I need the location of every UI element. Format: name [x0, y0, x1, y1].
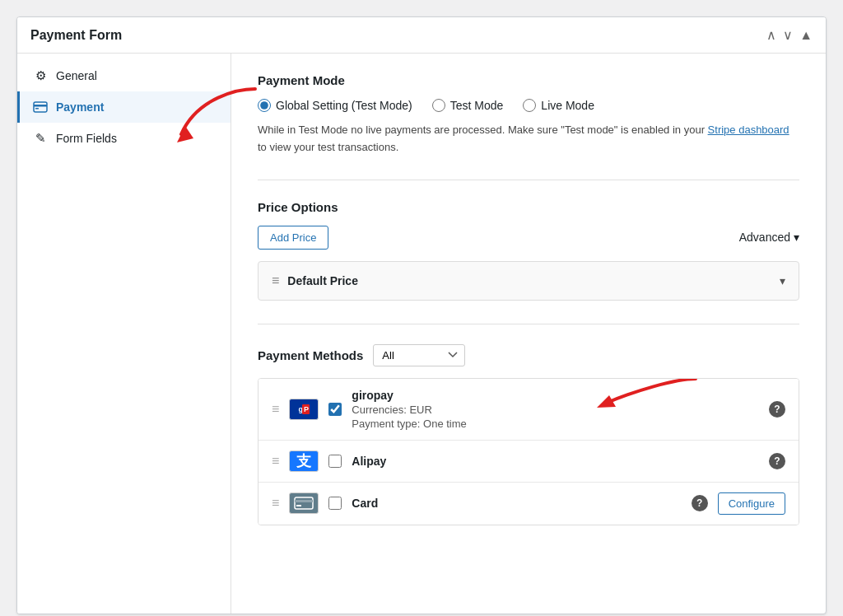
giropay-checkbox[interactable]: [328, 403, 342, 416]
giropay-payment-type: Payment type: One time: [352, 418, 759, 430]
giropay-name: giropay: [352, 389, 759, 402]
radio-global-setting[interactable]: Global Setting (Test Mode): [258, 99, 412, 112]
alipay-checkbox[interactable]: [328, 455, 342, 468]
giropay-drag-handle-icon: ≡: [272, 402, 279, 417]
gear-icon: ⚙: [33, 68, 48, 83]
card-info: Card: [352, 497, 681, 510]
divider-1: [258, 180, 799, 180]
svg-rect-7: [296, 505, 301, 506]
sidebar-payment-label: Payment: [56, 100, 104, 114]
payment-form-window: Payment Form ∧ ∨ ▲ ⚙ General Pa: [16, 16, 827, 614]
sidebar: ⚙ General Payment ✎ Form Fields: [17, 54, 231, 614]
alipay-info: Alipay: [352, 455, 759, 468]
method-row-alipay: ≡ 支 Alipay ?: [258, 441, 799, 483]
sidebar-item-payment[interactable]: Payment: [17, 91, 231, 123]
collapse-icon[interactable]: ∧: [766, 27, 776, 43]
giropay-info: giropay Currencies: EUR Payment type: On…: [352, 389, 759, 430]
advanced-label: Advanced: [739, 231, 790, 244]
expand-icon[interactable]: ∨: [783, 27, 793, 43]
add-price-button[interactable]: Add Price: [258, 226, 328, 250]
card-logo: [289, 492, 319, 514]
method-row-giropay: ≡ gP giropay Currencies: EUR Payment typ…: [258, 379, 799, 441]
price-options-header: Add Price Advanced ▾: [258, 226, 799, 250]
card-name: Card: [352, 497, 681, 510]
window-controls: ∧ ∨ ▲: [766, 27, 813, 43]
content-area: Payment Mode Global Setting (Test Mode) …: [231, 54, 826, 614]
fullscreen-icon[interactable]: ▲: [799, 28, 813, 43]
default-price-chevron-icon: ▾: [780, 274, 785, 287]
radio-live-mode[interactable]: Live Mode: [523, 99, 594, 112]
radio-test-label: Test Mode: [450, 99, 504, 112]
radio-test-input[interactable]: [432, 99, 445, 112]
svg-rect-0: [34, 102, 47, 112]
window-body: ⚙ General Payment ✎ Form Fields: [17, 54, 826, 614]
drag-handle-icon: ≡: [272, 273, 279, 288]
window-header: Payment Form ∧ ∨ ▲: [17, 17, 826, 54]
sidebar-form-fields-label: Form Fields: [56, 132, 117, 145]
price-options-section: Price Options Add Price Advanced ▾ ≡ Def…: [258, 200, 799, 301]
payment-mode-radio-group: Global Setting (Test Mode) Test Mode Liv…: [258, 99, 799, 112]
giropay-currencies: Currencies: EUR: [352, 404, 759, 416]
payment-methods-section: Payment Methods All One time Subscriptio…: [258, 344, 799, 525]
payment-methods-list: ≡ gP giropay Currencies: EUR Payment typ…: [258, 378, 799, 525]
alipay-drag-handle-icon: ≡: [272, 454, 279, 469]
sidebar-item-general[interactable]: ⚙ General: [17, 60, 231, 91]
alipay-logo: 支: [289, 450, 319, 472]
card-checkbox[interactable]: [328, 497, 342, 510]
window-title: Payment Form: [30, 28, 122, 43]
svg-rect-2: [35, 108, 39, 110]
payment-icon: [33, 100, 48, 114]
payment-mode-title: Payment Mode: [258, 73, 799, 87]
payment-methods-header: Payment Methods All One time Subscriptio…: [258, 344, 799, 366]
stripe-dashboard-link[interactable]: Stripe dashboard: [708, 124, 789, 136]
payment-methods-filter[interactable]: All One time Subscription: [373, 344, 465, 366]
default-price-left: ≡ Default Price: [272, 273, 358, 288]
method-row-card: ≡ Card ? Configu: [258, 483, 799, 525]
form-fields-icon: ✎: [33, 131, 48, 146]
radio-global-label: Global Setting (Test Mode): [276, 99, 412, 112]
price-options-title: Price Options: [258, 200, 799, 214]
info-text-before-link: While in Test Mode no live payments are …: [258, 124, 708, 136]
advanced-chevron-icon: ▾: [794, 231, 799, 244]
advanced-link[interactable]: Advanced ▾: [739, 231, 799, 244]
sidebar-general-label: General: [56, 69, 97, 82]
payment-mode-info: While in Test Mode no live payments are …: [258, 122, 799, 156]
radio-test-mode[interactable]: Test Mode: [432, 99, 504, 112]
giropay-help-icon[interactable]: ?: [769, 401, 785, 418]
alipay-help-icon[interactable]: ?: [769, 453, 785, 469]
giropay-logo: gP: [289, 399, 319, 420]
svg-rect-5: [295, 497, 313, 509]
default-price-label: Default Price: [287, 274, 358, 287]
info-text-after-link: to view your test transactions.: [258, 141, 398, 153]
payment-methods-title: Payment Methods: [258, 348, 363, 362]
payment-mode-section: Payment Mode Global Setting (Test Mode) …: [258, 73, 799, 156]
svg-rect-6: [295, 500, 313, 502]
radio-live-input[interactable]: [523, 99, 536, 112]
svg-rect-1: [34, 105, 47, 107]
card-configure-button[interactable]: Configure: [718, 492, 785, 515]
radio-global-input[interactable]: [258, 99, 271, 112]
divider-2: [258, 324, 799, 324]
default-price-bar[interactable]: ≡ Default Price ▾: [258, 261, 799, 301]
alipay-name: Alipay: [352, 455, 759, 468]
card-drag-handle-icon: ≡: [272, 496, 279, 511]
radio-live-label: Live Mode: [541, 99, 594, 112]
sidebar-item-form-fields[interactable]: ✎ Form Fields: [17, 123, 231, 154]
card-help-icon[interactable]: ?: [692, 495, 708, 511]
